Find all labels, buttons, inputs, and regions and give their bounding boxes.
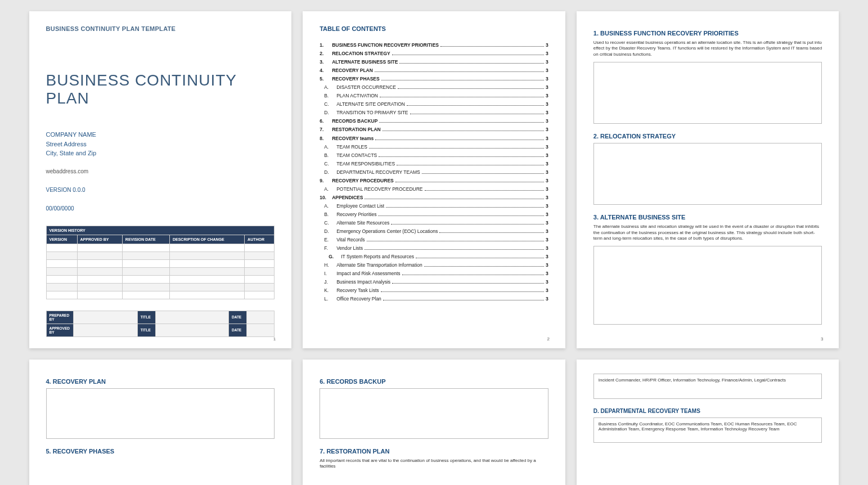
toc-num: C. xyxy=(324,161,336,167)
toc-num: A. xyxy=(324,186,336,192)
toc-label: IT System Reports and Resources xyxy=(341,254,414,260)
toc-num: F. xyxy=(324,245,336,252)
page-number: 2 xyxy=(547,336,549,342)
toc-num: K. xyxy=(324,288,336,294)
toc-dots xyxy=(378,215,544,216)
toc-label: RELOCATION STRATEGY xyxy=(332,51,390,57)
company-name: COMPANY NAME xyxy=(46,130,275,140)
document-title: BUSINESS CONTINUITY PLAN xyxy=(46,71,275,107)
toc-item: B.Recovery Priorities3 xyxy=(320,212,548,218)
toc-item: B.PLAN ACTIVATION3 xyxy=(320,93,548,99)
toc-item: L.Office Recovery Plan3 xyxy=(320,296,548,302)
toc-label: ALTERNATE SITE OPERATION xyxy=(336,101,405,107)
section-2-title: 2. RELOCATION STRATEGY xyxy=(593,133,822,140)
toc-label: DISASTER OCCURRENCE xyxy=(336,84,396,91)
toc-item: D.Emergency Operations Center (EOC) Loca… xyxy=(320,228,548,235)
section-3-box xyxy=(593,246,822,325)
toc-page: 3 xyxy=(546,271,548,277)
toc-item: 4.RECOVERY PLAN3 xyxy=(320,68,548,74)
title-label-2: TITLE xyxy=(137,324,155,336)
toc-page: 3 xyxy=(546,68,548,74)
col-description: DESCRIPTION OF CHANGE xyxy=(169,235,244,244)
toc-item: A.Employee Contact List3 xyxy=(320,203,548,209)
page-3: 1. BUSINESS FUNCTION RECOVERY PRIORITIES… xyxy=(577,11,839,348)
section-5-title: 5. RECOVERY PHASES xyxy=(46,448,275,455)
toc-item: B.TEAM CONTACTS3 xyxy=(320,152,548,159)
toc-list: 1.BUSINESS FUNCTION RECOVERY PRIORITIES3… xyxy=(320,42,548,302)
toc-dots xyxy=(375,140,544,140)
date-label-1: DATE xyxy=(228,311,246,324)
toc-item: D.DEPARTMENTAL RECOVERY TEAMS3 xyxy=(320,169,548,176)
toc-num: B. xyxy=(324,93,336,99)
toc-page: 3 xyxy=(546,254,548,260)
toc-num: 2. xyxy=(320,51,332,57)
toc-dots xyxy=(402,275,545,275)
toc-item: I.Impact and Risk Assessments3 xyxy=(320,271,548,277)
toc-label: APPENDICES xyxy=(332,195,363,201)
section-3-title: 3. ALTERNATE BUSINESS SITE xyxy=(593,214,822,221)
company-block: COMPANY NAME Street Address City, State … xyxy=(46,130,275,158)
toc-num: 6. xyxy=(320,118,332,124)
version-text: VERSION 0.0.0 xyxy=(46,187,275,193)
page-1: BUSINESS CONTINUITY PLAN TEMPLATE BUSINE… xyxy=(29,11,292,348)
toc-dots xyxy=(407,105,544,106)
toc-item: 7.RESTORATION PLAN3 xyxy=(320,127,548,133)
toc-label: Alternate Site Transportation Informatio… xyxy=(336,262,422,268)
toc-num: 7. xyxy=(320,127,332,133)
toc-page: 3 xyxy=(546,110,548,116)
col-version: VERSION xyxy=(46,235,77,244)
section-4-box xyxy=(46,388,275,439)
toc-dots xyxy=(379,156,544,157)
toc-label: DEPARTMENTAL RECOVERY TEAMS xyxy=(336,169,420,176)
pages-grid: BUSINESS CONTINUITY PLAN TEMPLATE BUSINE… xyxy=(29,11,839,348)
toc-item: C.ALTERNATE SITE OPERATION3 xyxy=(320,101,548,107)
toc-label: PLAN ACTIVATION xyxy=(336,93,378,99)
toc-item: A.DISASTER OCCURRENCE3 xyxy=(320,84,548,91)
toc-dots xyxy=(397,165,544,165)
toc-item: 2.RELOCATION STRATEGY3 xyxy=(320,51,548,57)
roles-text: Incident Commander, HR/PR Officer, Infor… xyxy=(599,378,786,383)
sub-d-box: Business Continuity Coordinator, EOC Com… xyxy=(593,417,822,443)
toc-page: 3 xyxy=(546,262,548,268)
version-history-table: VERSION HISTORY VERSION APPROVED BY REVI… xyxy=(46,226,275,299)
toc-item: K.Recovery Task Lists3 xyxy=(320,288,548,294)
toc-item: C.TEAM RESPONSIBILITIES3 xyxy=(320,161,548,167)
section-2-box xyxy=(593,143,822,205)
toc-num: A. xyxy=(324,203,336,209)
toc-page: 3 xyxy=(546,51,548,57)
version-history-header: VERSION HISTORY xyxy=(46,226,275,235)
toc-dots xyxy=(367,241,545,241)
toc-num: D. xyxy=(324,169,336,176)
toc-page: 3 xyxy=(546,76,548,82)
toc-dots xyxy=(365,249,544,250)
toc-item: J.Business Impact Analysis3 xyxy=(320,279,548,285)
toc-item: A.TEAM ROLES3 xyxy=(320,144,548,150)
toc-num: 4. xyxy=(320,68,332,74)
toc-num: A. xyxy=(324,84,336,91)
toc-label: TEAM CONTACTS xyxy=(336,152,377,159)
toc-label: TEAM RESPONSIBILITIES xyxy=(336,161,395,167)
table-row xyxy=(46,259,275,267)
toc-num: 5. xyxy=(320,76,332,82)
toc-num: C. xyxy=(324,220,336,226)
toc-dots xyxy=(383,300,544,300)
toc-label: RESTORATION PLAN xyxy=(332,127,381,133)
toc-label: RECORDS BACKUP xyxy=(332,118,377,124)
toc-page: 3 xyxy=(546,288,548,294)
toc-page: 3 xyxy=(546,42,548,48)
section-3-body: The alternate business site and relocati… xyxy=(593,224,822,241)
pages-grid-row2: 4. RECOVERY PLAN 5. RECOVERY PHASES 6. R… xyxy=(29,360,839,485)
toc-item: 1.BUSINESS FUNCTION RECOVERY PRIORITIES3 xyxy=(320,42,548,48)
col-author: AUTHOR xyxy=(245,235,275,244)
toc-label: RECOVERY PHASES xyxy=(332,76,380,82)
toc-item: H.Alternate Site Transportation Informat… xyxy=(320,262,548,268)
toc-page: 3 xyxy=(546,220,548,226)
prepared-by-label: PREPARED BY xyxy=(46,311,74,324)
toc-label: Impact and Risk Assessments xyxy=(336,271,400,277)
toc-num: L. xyxy=(324,296,336,302)
toc-item: 8.RECOVERY teams3 xyxy=(320,136,548,142)
toc-label: RECOVERY PLAN xyxy=(332,68,373,74)
table-row xyxy=(46,267,275,275)
section-4-title: 4. RECOVERY PLAN xyxy=(46,378,275,385)
toc-dots xyxy=(379,122,544,123)
